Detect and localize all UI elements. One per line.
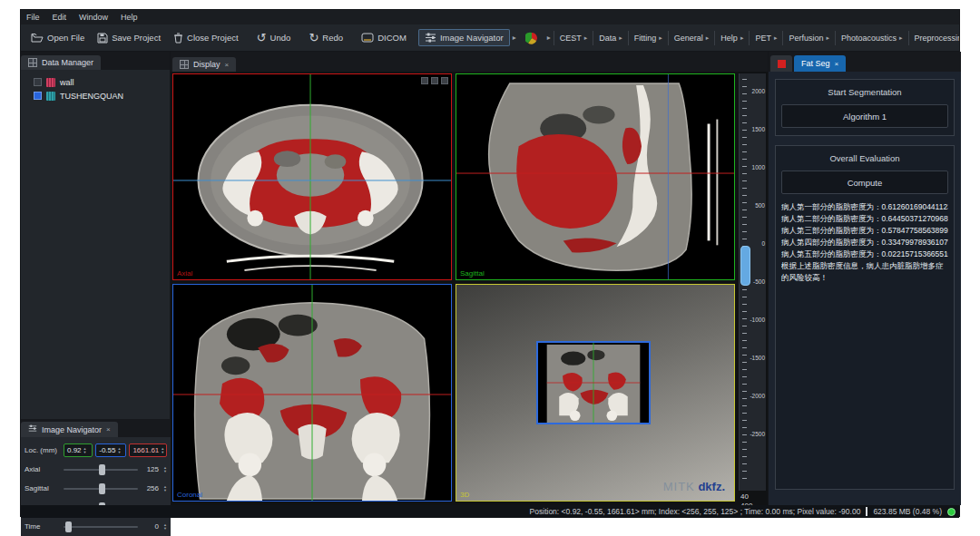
view-menu-photoacoustics[interactable]: Photoacoustics▸ [835,31,908,45]
overall-evaluation-group: Overall Evaluation Compute 病人第一部分的脂肪密度为：… [775,145,955,490]
visibility-checkbox[interactable] [34,78,42,86]
dicom-button[interactable]: DICOM [355,29,413,46]
chevron-right-icon: ▸ [619,34,622,42]
redo-label: Redo [322,33,343,43]
loc-y-spinbox[interactable]: -0.55▲▼ [95,443,126,457]
menu-file[interactable]: File [26,13,40,22]
start-segmentation-group: Start Segmentation Algorithm 1 [775,79,955,136]
menu-help[interactable]: Help [121,13,138,22]
result-line: 病人第四部分的脂肪密度为：0.33479978936107574 [781,237,948,249]
tab-display[interactable]: Display × [172,57,236,72]
tab-data-manager[interactable]: Data Manager [21,55,101,70]
chevron-right-icon: ▸ [774,34,778,42]
view-menu-label: Perfusion [789,34,823,43]
spinner-arrows-icon[interactable]: ▲▼ [117,447,121,454]
tab-image-navigator[interactable]: Image Navigator × [21,422,118,437]
color-wheel-button[interactable] [519,28,544,48]
data-manager-panel: Data Manager wall TUSHENGQUAN Image Navi… [21,52,171,505]
open-file-button[interactable]: Open File [24,29,91,46]
undo-icon: ↺ [257,31,267,44]
algorithm-1-button[interactable]: Algorithm 1 [781,104,948,128]
dicom-box-icon [361,33,374,43]
view-menu-fitting[interactable]: Fitting▸ [628,31,668,45]
close-project-button[interactable]: Close Project [167,29,245,47]
image-navigator-tabbar: Image Navigator × [21,419,171,437]
memory-status-icon [947,508,956,516]
spinner-arrows-icon[interactable]: ▲▼ [161,447,164,454]
red-square-icon [778,60,786,68]
floppy-icon [97,33,108,44]
time-slider[interactable] [64,521,138,533]
view-menu-preprocessing[interactable]: Preprocessing▸ [908,31,959,45]
save-project-button[interactable]: Save Project [91,29,167,47]
display-icon [180,60,189,69]
close-icon[interactable]: × [106,425,111,434]
view-menu-perfusion[interactable]: Perfusion▸ [782,31,835,45]
tab-red-plugin[interactable] [770,55,792,72]
view-menu-label: Help [720,34,738,43]
threed-viewport[interactable]: MITK dkfz. 3D [456,284,735,502]
spinner-arrows-icon[interactable]: ▲▼ [163,485,167,492]
tree-node-wall[interactable]: wall [24,75,166,89]
toolbar: Open File Save Project Close Project ↺ U… [21,24,959,52]
view-menu-label: General [674,34,703,43]
coronal-ct-image [173,285,451,501]
close-project-label: Close Project [187,33,239,43]
display-tabbar: Display × [171,52,768,72]
loc-x-spinbox[interactable]: 0.92▲▼ [64,443,93,457]
redo-icon: ↻ [309,31,318,44]
compute-button[interactable]: Compute [781,171,948,194]
axial-viewport[interactable]: Axial [172,73,452,280]
close-icon[interactable]: × [225,61,230,69]
viewport-menu-icon[interactable] [421,77,428,84]
view-menu-cest[interactable]: CEST▸ [554,31,593,45]
menu-window[interactable]: Window [79,13,108,22]
tab-fat-seg[interactable]: Fat Seg × [794,55,846,72]
data-manager-icon [28,58,37,67]
loc-z-spinbox[interactable]: 1661.61▲▼ [129,443,167,457]
spinner-arrows-icon[interactable]: ▲▼ [163,466,167,473]
slider-label: Time [24,522,61,531]
sagittal-slider[interactable] [64,482,138,495]
viewport-corner-buttons [421,77,448,84]
spinner-arrows-icon[interactable]: ▲▼ [163,523,167,531]
close-icon[interactable]: × [835,60,839,68]
menu-bar: File Edit Window Help [21,10,959,24]
time-slider-row: Time 0 ▲▼ [24,517,167,536]
coronal-viewport[interactable]: Coronal [172,284,452,502]
axial-slider[interactable] [64,463,138,476]
slider-value: 256 [141,484,159,492]
redo-button[interactable]: ↻ Redo [302,27,349,48]
tree-node-tushengquan[interactable]: TUSHENGQUAN [24,89,166,102]
viewport-maximize-icon[interactable] [431,77,438,84]
slider-label: Sagittal [24,484,61,492]
sagittal-viewport[interactable]: Sagittal [456,73,735,280]
sliders-icon [425,33,436,43]
chevron-right-icon: ▸ [899,34,903,42]
view-menu-pet[interactable]: PET▸ [749,31,782,45]
chevron-right-icon: ▸ [584,34,588,42]
group-title: Overall Evaluation [781,151,948,171]
menu-edit[interactable]: Edit [53,13,67,22]
level-value: 40 [740,492,752,502]
view-menu-data[interactable]: Data▸ [593,31,628,45]
viewport-crosshair-icon[interactable] [441,77,448,84]
slice-slider-handle[interactable] [740,246,750,286]
evaluation-results: 病人第一部分的脂肪密度为：0.6126016904411238 病人第二部分的脂… [781,201,948,284]
chevron-right-icon: ▸ [659,34,662,42]
image-navigator-button[interactable]: Image Navigator [418,29,510,46]
slider-value: 125 [141,465,159,473]
slice-scale-ruler[interactable]: 2000 1500 1000 500 0 -500 -1000 -1500 -2… [739,73,766,491]
view-menu-general[interactable]: General▸ [668,31,715,45]
color-menu-arrow-icon[interactable]: ▸ [544,34,554,42]
view-menu-label: Data [599,34,616,43]
threed-image-plane [536,341,651,424]
undo-button[interactable]: ↺ Undo [250,27,298,48]
toolbar-extension-arrow-icon[interactable]: ▸ [510,34,519,42]
result-line: 病人第五部分的脂肪密度为：0.0221571536655105 [781,249,948,260]
slider-label: Axial [24,465,61,473]
visibility-checkbox[interactable] [34,92,42,100]
view-menu-label: Photoacoustics [841,34,897,43]
view-menu-help[interactable]: Help▸ [714,31,749,45]
spinner-arrows-icon[interactable]: ▲▼ [83,447,87,454]
